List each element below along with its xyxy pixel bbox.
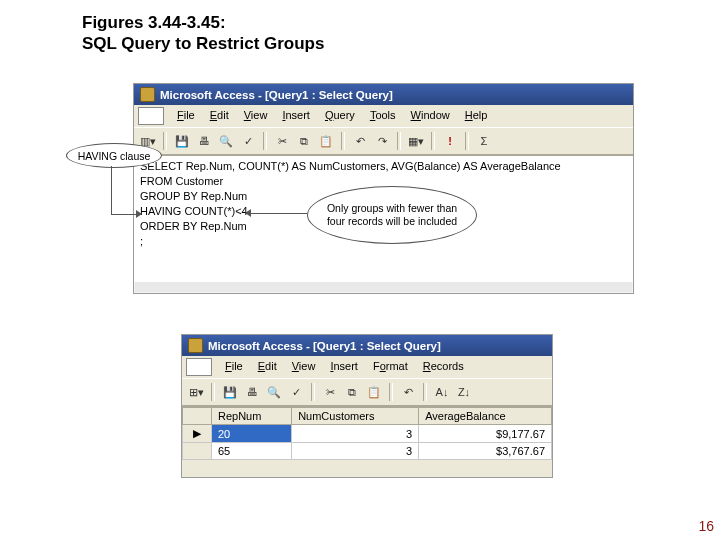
menu-format[interactable]: Format bbox=[367, 358, 414, 376]
sql-line-3: GROUP BY Rep.Num bbox=[140, 190, 247, 202]
access-app-icon bbox=[140, 87, 155, 102]
titlebar: Microsoft Access - [Query1 : Select Quer… bbox=[134, 84, 633, 105]
totals-icon[interactable]: Σ bbox=[474, 131, 494, 151]
sql-line-4: HAVING COUNT(*)<4 bbox=[140, 205, 248, 217]
preview-icon[interactable]: 🔍 bbox=[264, 382, 284, 402]
menu-edit[interactable]: Edit bbox=[204, 107, 235, 125]
spell-icon[interactable]: ✓ bbox=[286, 382, 306, 402]
save-icon[interactable]: 💾 bbox=[220, 382, 240, 402]
cell-repnum[interactable]: 20 bbox=[212, 425, 292, 443]
access-window-datasheet: Microsoft Access - [Query1 : Select Quer… bbox=[181, 334, 553, 478]
cut-icon[interactable]: ✂ bbox=[272, 131, 292, 151]
slide-title-line2: SQL Query to Restrict Groups bbox=[82, 33, 324, 54]
menu-edit[interactable]: Edit bbox=[252, 358, 283, 376]
menu-tools[interactable]: Tools bbox=[364, 107, 402, 125]
page-number: 16 bbox=[698, 518, 714, 534]
callout-groups-note: Only groups with fewer than four records… bbox=[307, 186, 477, 244]
arrow-right-icon bbox=[136, 210, 142, 218]
view-dropdown-button[interactable]: ⊞▾ bbox=[186, 382, 206, 402]
sql-line-6: ; bbox=[140, 235, 143, 247]
menu-query[interactable]: Query bbox=[319, 107, 361, 125]
callout-having-clause: HAVING clause bbox=[66, 143, 162, 168]
callout-having-leader bbox=[111, 166, 112, 214]
row-selector-icon[interactable]: ▶ bbox=[183, 425, 212, 443]
sql-line-1: SELECT Rep.Num, COUNT(*) AS NumCustomers… bbox=[140, 160, 561, 172]
menu-insert[interactable]: Insert bbox=[276, 107, 316, 125]
cell-avgbalance[interactable]: $9,177.67 bbox=[419, 425, 552, 443]
menu-records[interactable]: Records bbox=[417, 358, 470, 376]
sql-line-2: FROM Customer bbox=[140, 175, 223, 187]
run-icon[interactable]: ! bbox=[440, 131, 460, 151]
sql-line-5: ORDER BY Rep.Num bbox=[140, 220, 247, 232]
slide-title-line1: Figures 3.44-3.45: bbox=[82, 12, 324, 33]
datasheet: RepNum NumCustomers AverageBalance ▶ 20 … bbox=[182, 406, 552, 460]
arrow-left-icon bbox=[245, 209, 251, 217]
cell-numcustomers[interactable]: 3 bbox=[292, 443, 419, 460]
callout-having-text: HAVING clause bbox=[78, 150, 151, 162]
mdi-restore-icon[interactable] bbox=[186, 358, 212, 376]
copy-icon[interactable]: ⧉ bbox=[294, 131, 314, 151]
cell-avgbalance[interactable]: $3,767.67 bbox=[419, 443, 552, 460]
menu-file[interactable]: File bbox=[219, 358, 249, 376]
result-table: RepNum NumCustomers AverageBalance ▶ 20 … bbox=[182, 407, 552, 460]
mdi-restore-icon[interactable] bbox=[138, 107, 164, 125]
col-repnum[interactable]: RepNum bbox=[212, 408, 292, 425]
menu-file[interactable]: File bbox=[171, 107, 201, 125]
preview-icon[interactable]: 🔍 bbox=[216, 131, 236, 151]
menu-view[interactable]: View bbox=[286, 358, 322, 376]
paste-icon[interactable]: 📋 bbox=[364, 382, 384, 402]
save-icon[interactable]: 💾 bbox=[172, 131, 192, 151]
cell-numcustomers[interactable]: 3 bbox=[292, 425, 419, 443]
paste-icon[interactable]: 📋 bbox=[316, 131, 336, 151]
menu-window[interactable]: Window bbox=[405, 107, 456, 125]
access-app-icon bbox=[188, 338, 203, 353]
col-numcust[interactable]: NumCustomers bbox=[292, 408, 419, 425]
menu-view[interactable]: View bbox=[238, 107, 274, 125]
table-row[interactable]: 65 3 $3,767.67 bbox=[183, 443, 552, 460]
spell-icon[interactable]: ✓ bbox=[238, 131, 258, 151]
window-title: Microsoft Access - [Query1 : Select Quer… bbox=[160, 89, 393, 101]
select-all-corner[interactable] bbox=[183, 408, 212, 425]
querytype-icon[interactable]: ▦▾ bbox=[406, 131, 426, 151]
callout-groups-leader bbox=[251, 213, 307, 214]
titlebar: Microsoft Access - [Query1 : Select Quer… bbox=[182, 335, 552, 356]
print-icon[interactable]: 🖶 bbox=[242, 382, 262, 402]
slide-title: Figures 3.44-3.45: SQL Query to Restrict… bbox=[82, 12, 324, 55]
callout-groups-text: Only groups with fewer than four records… bbox=[322, 202, 462, 228]
undo-icon[interactable]: ↶ bbox=[350, 131, 370, 151]
table-row[interactable]: ▶ 20 3 $9,177.67 bbox=[183, 425, 552, 443]
sort-desc-icon[interactable]: Z↓ bbox=[454, 382, 474, 402]
toolbar: ▥▾ 💾 🖶 🔍 ✓ ✂ ⧉ 📋 ↶ ↷ ▦▾ ! Σ bbox=[134, 127, 633, 155]
cut-icon[interactable]: ✂ bbox=[320, 382, 340, 402]
undo-icon[interactable]: ↶ bbox=[398, 382, 418, 402]
window-title: Microsoft Access - [Query1 : Select Quer… bbox=[208, 340, 441, 352]
menu-help[interactable]: Help bbox=[459, 107, 494, 125]
menubar: File Edit View Insert Query Tools Window… bbox=[134, 105, 633, 127]
menubar: File Edit View Insert Format Records bbox=[182, 356, 552, 378]
sort-asc-icon[interactable]: A↓ bbox=[432, 382, 452, 402]
menu-insert[interactable]: Insert bbox=[324, 358, 364, 376]
cell-repnum[interactable]: 65 bbox=[212, 443, 292, 460]
col-avgbal[interactable]: AverageBalance bbox=[419, 408, 552, 425]
copy-icon[interactable]: ⧉ bbox=[342, 382, 362, 402]
row-selector-icon[interactable] bbox=[183, 443, 212, 460]
toolbar: ⊞▾ 💾 🖶 🔍 ✓ ✂ ⧉ 📋 ↶ A↓ Z↓ bbox=[182, 378, 552, 406]
print-icon[interactable]: 🖶 bbox=[194, 131, 214, 151]
redo-icon[interactable]: ↷ bbox=[372, 131, 392, 151]
table-header-row: RepNum NumCustomers AverageBalance bbox=[183, 408, 552, 425]
